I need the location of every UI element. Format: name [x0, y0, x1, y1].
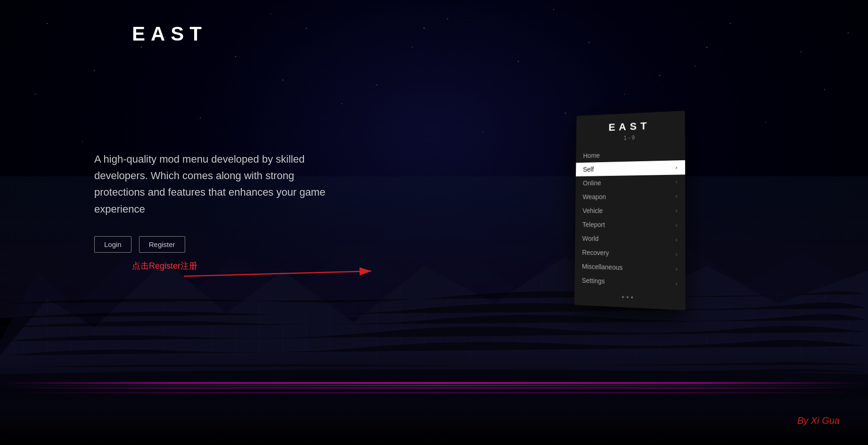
- menu-item-online[interactable]: Online›: [576, 174, 685, 190]
- menu-item-label: Self: [583, 165, 594, 173]
- chevron-right-icon: ›: [675, 193, 677, 199]
- menu-item-label: Online: [583, 179, 601, 187]
- menu-panel: EAST 1 - 9 HomeSelf›Online›Weapon›Vehicl…: [574, 111, 686, 310]
- chevron-right-icon: ›: [675, 280, 677, 288]
- menu-logo: EAST: [576, 118, 685, 135]
- menu-items-container: HomeSelf›Online›Weapon›Vehicle›Teleport›…: [574, 146, 685, 291]
- menu-item-teleport[interactable]: Teleport›: [575, 218, 686, 233]
- menu-item-label: Recovery: [582, 248, 609, 256]
- menu-item-label: Home: [583, 152, 600, 159]
- glow-line-pink-1: [0, 382, 868, 384]
- menu-item-self[interactable]: Self›: [576, 160, 685, 176]
- chevron-right-icon: ›: [675, 164, 677, 171]
- buttons-row: Login Register: [94, 236, 339, 253]
- left-content-area: A high-quality mod menu developed by ski…: [94, 151, 339, 272]
- chevron-right-icon: ›: [675, 236, 677, 243]
- menu-item-label: Weapon: [582, 193, 606, 200]
- glow-line-green: [0, 385, 868, 386]
- chevron-right-icon: ›: [675, 265, 677, 272]
- menu-item-world[interactable]: World›: [575, 231, 685, 247]
- menu-item-label: Teleport: [582, 221, 605, 228]
- chevron-right-icon: ›: [675, 207, 677, 214]
- credit-text: By Xi Gua: [797, 415, 840, 426]
- menu-item-label: Settings: [582, 277, 605, 285]
- main-logo: EAST: [132, 23, 207, 45]
- menu-item-settings[interactable]: Settings›: [574, 273, 685, 291]
- menu-dots: •••: [574, 291, 685, 305]
- register-button[interactable]: Register: [139, 236, 185, 253]
- description-text: A high-quality mod menu developed by ski…: [94, 151, 339, 217]
- menu-item-label: Miscellaneous: [582, 263, 622, 272]
- menu-item-vehicle[interactable]: Vehicle›: [575, 204, 685, 218]
- menu-item-label: Vehicle: [582, 207, 603, 214]
- ground: [0, 351, 868, 445]
- glow-line-pink-3: [0, 392, 868, 393]
- menu-item-weapon[interactable]: Weapon›: [575, 189, 685, 204]
- glow-line-pink-2: [0, 387, 868, 388]
- menu-item-label: World: [582, 235, 599, 242]
- chevron-right-icon: ›: [675, 179, 677, 185]
- chevron-right-icon: ›: [675, 251, 677, 258]
- chevron-right-icon: ›: [675, 222, 677, 229]
- login-button[interactable]: Login: [94, 236, 131, 253]
- register-hint: 点击Register注册: [132, 260, 339, 272]
